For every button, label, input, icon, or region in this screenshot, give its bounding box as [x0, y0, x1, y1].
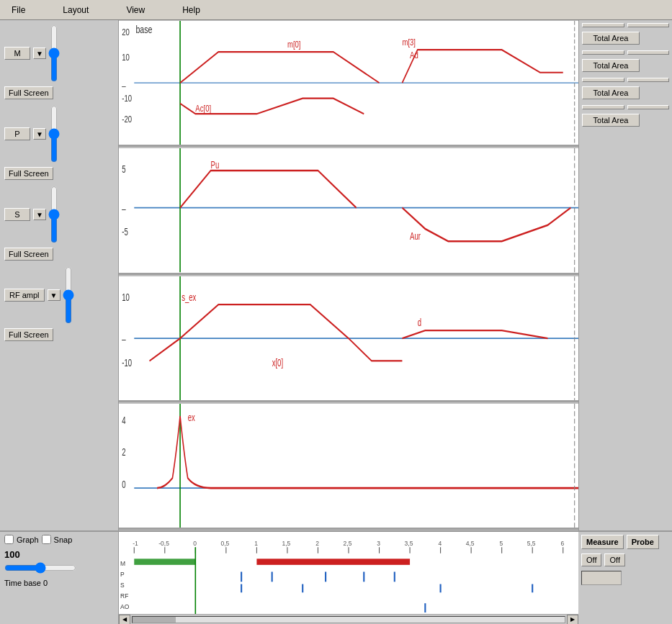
chart-m: 20 10 _ -10 -20 m[0] m[3] Ad Ac[0] — [119, 21, 578, 147]
svg-text:_: _ — [122, 197, 127, 210]
slider-m[interactable] — [49, 24, 59, 82]
btn-m-small[interactable]: ▼ — [33, 48, 46, 59]
svg-text:20: 20 — [122, 27, 130, 37]
svg-text:Aur: Aur — [410, 230, 421, 243]
svg-rect-72 — [134, 559, 195, 565]
range-100[interactable] — [4, 562, 76, 574]
btn-p-fullscreen[interactable]: Full Screen — [4, 167, 53, 180]
scrollbar-track — [132, 616, 565, 623]
svg-text:4,5: 4,5 — [466, 540, 475, 547]
svg-text:6: 6 — [561, 540, 565, 547]
svg-text:10: 10 — [122, 52, 130, 62]
svg-text:4: 4 — [438, 540, 442, 547]
right-panel: Total Area Total Area Total Area Total A… — [578, 20, 672, 530]
svg-text:x[0]: x[0] — [272, 357, 283, 368]
svg-text:-5: -5 — [122, 225, 128, 238]
svg-text:Ad: Ad — [410, 50, 418, 60]
measure-display — [581, 571, 622, 585]
svg-text:s_ex: s_ex — [182, 291, 196, 303]
btn-s[interactable]: S — [4, 208, 30, 221]
scroll-left[interactable]: ◀ — [119, 615, 130, 625]
btn-off2[interactable]: Off — [604, 553, 624, 566]
time-base-label: Time base 0 — [4, 579, 48, 587]
menu-help[interactable]: Help — [178, 4, 205, 17]
svg-text:5: 5 — [122, 163, 125, 176]
btn-right-s2[interactable] — [627, 78, 670, 82]
btn-m-fullscreen[interactable]: Full Screen — [4, 86, 53, 99]
svg-text:Pu: Pu — [211, 158, 220, 171]
svg-text:10: 10 — [122, 291, 130, 303]
btn-right-rf2[interactable] — [627, 105, 670, 109]
svg-text:S: S — [120, 582, 125, 589]
btn-right-rf1[interactable] — [582, 105, 624, 109]
svg-text:4: 4 — [122, 413, 125, 426]
btn-right-p2[interactable] — [627, 50, 670, 55]
slider-p[interactable] — [49, 105, 59, 163]
btn-right-p1[interactable] — [582, 50, 624, 55]
btn-total-area-s[interactable]: Total Area — [582, 86, 640, 99]
btn-m[interactable]: M — [4, 47, 30, 60]
svg-text:2: 2 — [122, 446, 125, 458]
chk-graph[interactable] — [4, 535, 14, 544]
bottom-left: Graph Snap 100 Time base 0 — [0, 532, 119, 624]
left-panel: M ▼ Full Screen P ▼ Full Screen S ▼ Full… — [0, 20, 119, 530]
btn-total-area-rf[interactable]: Total Area — [582, 114, 640, 127]
svg-text:m[0]: m[0] — [287, 40, 301, 50]
btn-s-small[interactable]: ▼ — [33, 209, 46, 220]
btn-s-fullscreen[interactable]: Full Screen — [4, 248, 53, 261]
value-100: 100 — [4, 549, 20, 560]
svg-text:5,5: 5,5 — [527, 540, 536, 547]
svg-text:-20: -20 — [122, 114, 132, 124]
bottom-panel: Graph Snap 100 Time base 0 -1 -0,5 0 0,5… — [0, 530, 672, 624]
menu-file[interactable]: File — [7, 4, 30, 17]
btn-probe[interactable]: Probe — [627, 535, 659, 549]
svg-text:1,5: 1,5 — [282, 540, 290, 547]
svg-text:_: _ — [121, 329, 125, 340]
scroll-right[interactable]: ▶ — [567, 615, 578, 625]
slider-s[interactable] — [49, 186, 59, 243]
chart-s: 10 _ -10 s_ex x[0] d — [119, 276, 578, 402]
btn-rf[interactable]: RF ampl — [4, 289, 45, 302]
btn-right-m1[interactable] — [582, 23, 624, 27]
svg-text:3: 3 — [377, 540, 380, 547]
svg-text:base: base — [135, 24, 152, 36]
svg-text:2,5: 2,5 — [344, 540, 352, 547]
svg-text:5: 5 — [499, 540, 503, 547]
svg-text:AO: AO — [120, 603, 130, 610]
label-snap: Snap — [54, 535, 73, 544]
menubar: File Layout View Help — [0, 0, 672, 20]
btn-p-small[interactable]: ▼ — [33, 128, 46, 140]
btn-rf-small[interactable]: ▼ — [48, 289, 61, 301]
center-panel: 20 10 _ -10 -20 m[0] m[3] Ad Ac[0] — [119, 20, 578, 530]
menu-layout[interactable]: Layout — [58, 4, 93, 17]
chart-rf: 4 2 0 ex — [119, 404, 578, 530]
btn-p[interactable]: P — [4, 127, 30, 140]
btn-total-area-m[interactable]: Total Area — [582, 32, 640, 45]
btn-off1[interactable]: Off — [581, 553, 601, 566]
label-graph: Graph — [17, 535, 39, 544]
main-layout: M ▼ Full Screen P ▼ Full Screen S ▼ Full… — [0, 20, 672, 530]
menu-view[interactable]: View — [122, 4, 149, 17]
svg-text:d: d — [418, 317, 421, 328]
btn-rf-fullscreen[interactable]: Full Screen — [4, 328, 53, 341]
chk-snap[interactable] — [42, 535, 51, 544]
svg-text:-10: -10 — [122, 94, 132, 104]
scrollbar-thumb[interactable] — [133, 617, 176, 623]
svg-text:1: 1 — [254, 540, 258, 547]
svg-text:0,5: 0,5 — [220, 540, 229, 547]
svg-text:-1: -1 — [133, 540, 138, 547]
btn-measure[interactable]: Measure — [581, 535, 624, 549]
bottom-right: Measure Probe Off Off — [578, 532, 672, 624]
bottom-center[interactable]: -1 -0,5 0 0,5 1 1,5 2 2,5 3 3,5 4 4,5 5 — [119, 532, 578, 624]
svg-text:ex: ex — [188, 410, 196, 423]
svg-rect-14 — [119, 148, 578, 272]
svg-text:m[3]: m[3] — [402, 37, 416, 48]
svg-text:0: 0 — [193, 540, 197, 547]
svg-text:-0,5: -0,5 — [158, 540, 169, 547]
btn-right-s1[interactable] — [582, 78, 624, 82]
slider-rf[interactable] — [63, 266, 73, 324]
btn-right-m2[interactable] — [627, 23, 670, 27]
svg-text:2: 2 — [315, 540, 319, 547]
btn-total-area-p[interactable]: Total Area — [582, 59, 640, 72]
svg-text:RF: RF — [120, 592, 128, 600]
